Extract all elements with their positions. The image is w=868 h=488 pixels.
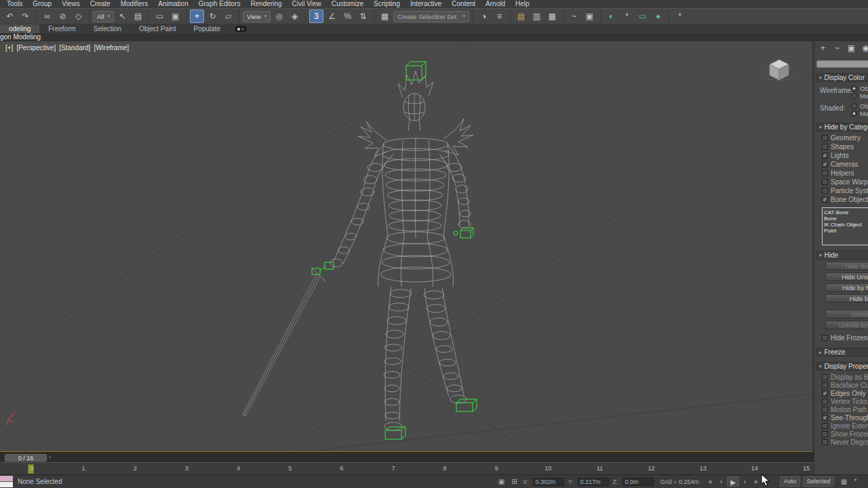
- hide-rollout[interactable]: ▾Hide: [816, 251, 868, 260]
- ribbon-tab-selection[interactable]: Selection: [85, 24, 130, 33]
- select-and-move-icon[interactable]: +: [190, 9, 204, 23]
- wireframe-character[interactable]: [243, 71, 473, 430]
- use-pivot-icon[interactable]: ◎: [272, 9, 286, 23]
- time-slider[interactable]: 0 / 16: [5, 454, 47, 462]
- menu-interactive[interactable]: Interactive: [410, 0, 441, 8]
- previous-frame-button[interactable]: ‹: [716, 476, 726, 487]
- ribbon-tab-populate[interactable]: Populate: [184, 24, 229, 33]
- selection-filter-dropdown[interactable]: All▾: [93, 11, 114, 22]
- layer-manager-icon[interactable]: ▤: [514, 9, 528, 23]
- property-show-frozen-in-gray[interactable]: Show Frozen in Gray: [814, 430, 868, 438]
- menu-customize[interactable]: Customize: [332, 0, 363, 8]
- freeze-rollout[interactable]: ▸Freeze: [816, 348, 868, 357]
- hide-selected-button[interactable]: Hide Selected: [825, 262, 868, 270]
- rectangular-region-icon[interactable]: ▭: [153, 9, 167, 23]
- unhide-all-button[interactable]: Unhide All: [825, 310, 868, 319]
- absolute-mode-icon[interactable]: ⊞: [510, 477, 519, 486]
- list-item-cat-bone[interactable]: CAT Bone: [824, 209, 868, 216]
- create-tab-icon[interactable]: +: [818, 43, 827, 53]
- hide-unselected-button[interactable]: Hide Unselected: [825, 272, 868, 281]
- undo-icon[interactable]: ↶: [3, 9, 17, 23]
- viewport-canvas[interactable]: [0, 41, 813, 452]
- menu-modifiers[interactable]: Modifiers: [121, 0, 149, 8]
- menu-scripting[interactable]: Scripting: [374, 0, 400, 8]
- motion-tab-icon[interactable]: ◉: [861, 43, 868, 53]
- display-properties-rollout[interactable]: ▾Display Properties: [816, 362, 868, 371]
- viewport-label-part-0[interactable]: [+]: [5, 44, 13, 52]
- select-and-manipulate-icon[interactable]: ◈: [288, 9, 302, 23]
- select-object-icon[interactable]: ↖: [115, 9, 130, 23]
- go-to-end-button[interactable]: »: [751, 476, 761, 487]
- next-frame-button[interactable]: ›: [740, 476, 750, 487]
- selected-key-button[interactable]: Selected: [803, 476, 834, 487]
- edit-named-sets-icon[interactable]: ▦: [378, 9, 392, 23]
- ribbon-tab-odeling[interactable]: odeling: [0, 24, 39, 33]
- hide-by-hit-button[interactable]: Hide by Hit: [825, 294, 868, 303]
- snap-toggle-icon[interactable]: 3: [309, 9, 323, 23]
- mini-listener[interactable]: [0, 476, 13, 488]
- menu-rendering[interactable]: Rendering: [250, 0, 281, 8]
- hierarchy-tab-icon[interactable]: ▣: [847, 43, 856, 53]
- scene-explorer-icon[interactable]: ▥: [530, 9, 544, 23]
- list-item-ik-chain-object[interactable]: IK Chain Object: [824, 222, 868, 228]
- unhide-by-name-button[interactable]: Unhide by Name...: [825, 321, 868, 329]
- display-color-rollout[interactable]: ▾Display Color: [816, 73, 868, 82]
- property-edges-only[interactable]: ✓Edges Only: [814, 389, 868, 397]
- render-setup-icon[interactable]: *: [620, 9, 634, 23]
- category-space-warps[interactable]: Space Warps: [814, 178, 868, 186]
- modify-tab-icon[interactable]: ~: [833, 43, 842, 53]
- menu-civil-view[interactable]: Civil View: [292, 0, 321, 8]
- viewport-label-part-1[interactable]: [Perspective]: [16, 44, 56, 52]
- category-lights[interactable]: ✓Lights: [814, 151, 868, 160]
- category-particle-systems[interactable]: Particle Systems: [814, 186, 868, 195]
- menu-graph-editors[interactable]: Graph Editors: [199, 0, 241, 8]
- menu-tools[interactable]: Tools: [7, 0, 22, 8]
- ribbon-toggle-icon[interactable]: ▩: [545, 9, 559, 23]
- play-button[interactable]: ▶: [727, 476, 739, 487]
- angle-snap-icon[interactable]: ∠: [325, 9, 339, 23]
- select-and-rotate-icon[interactable]: ↻: [205, 9, 220, 23]
- viewport[interactable]: [+][Perspective][Standard][Wireframe]: [0, 41, 813, 452]
- named-selection-field[interactable]: Create Selection Set▾: [393, 11, 469, 22]
- property-backface-cull[interactable]: Backface Cull: [814, 381, 868, 389]
- menu-animation[interactable]: Animation: [158, 0, 188, 8]
- ribbon-options-button[interactable]: ▾: [235, 26, 247, 32]
- align-icon[interactable]: ≡: [492, 9, 507, 23]
- menu-views[interactable]: Views: [62, 0, 80, 8]
- go-to-start-button[interactable]: «: [705, 476, 715, 487]
- shaded-object-radio[interactable]: Object Color: [851, 102, 868, 110]
- time-config-icon[interactable]: *: [851, 477, 860, 486]
- reference-coordinate-dropdown[interactable]: View▾: [243, 11, 271, 22]
- category-geometry[interactable]: Geometry: [814, 134, 868, 142]
- property-see-through[interactable]: ✓See-Through: [814, 413, 868, 422]
- shaded-material-radio[interactable]: Material Color: [851, 110, 868, 117]
- z-coordinate-field[interactable]: 0.0m: [623, 478, 654, 486]
- hide-by-category-rollout[interactable]: ▾Hide by Category: [816, 123, 868, 131]
- y-coordinate-field[interactable]: 0.217m: [578, 478, 609, 486]
- workspace-gear-icon[interactable]: *: [673, 9, 687, 23]
- hide-frozen-objects-checkbox[interactable]: Hide Frozen Objects: [814, 333, 868, 342]
- select-and-scale-icon[interactable]: ▱: [221, 9, 235, 23]
- bone-object-list[interactable]: CAT BoneBoneIK Chain ObjectPoint: [822, 207, 868, 245]
- property-motion-path[interactable]: Motion Path: [814, 405, 868, 413]
- list-item-bone[interactable]: Bone: [824, 216, 868, 222]
- unlink-icon[interactable]: ⊘: [56, 9, 70, 23]
- ribbon-tab-object-paint[interactable]: Object Paint: [130, 24, 184, 33]
- mirror-icon[interactable]: ◑: [477, 9, 491, 23]
- material-editor-icon[interactable]: ◐: [604, 9, 618, 23]
- bind-to-spacewarp-icon[interactable]: ◇: [71, 9, 85, 23]
- render-frame-icon[interactable]: ▭: [635, 9, 650, 23]
- redo-icon[interactable]: ↷: [18, 9, 33, 23]
- spinner-snap-icon[interactable]: ⇅: [356, 9, 370, 23]
- next-frame-arrow[interactable]: ›: [49, 453, 51, 460]
- wireframe-object-radio[interactable]: Object Color: [851, 85, 868, 92]
- property-vertex-ticks[interactable]: Vertex Ticks: [814, 397, 868, 405]
- auto-key-button[interactable]: Auto: [780, 476, 800, 487]
- menu-content[interactable]: Content: [452, 0, 475, 8]
- percent-snap-icon[interactable]: %: [340, 9, 355, 23]
- category-shapes[interactable]: Shapes: [814, 142, 868, 151]
- category-cameras[interactable]: ✓Cameras: [814, 160, 868, 169]
- category-bone-objects[interactable]: ✓Bone Objects: [814, 195, 868, 204]
- property-never-degrade[interactable]: Never Degrade: [814, 438, 868, 446]
- menu-help[interactable]: Help: [515, 0, 530, 8]
